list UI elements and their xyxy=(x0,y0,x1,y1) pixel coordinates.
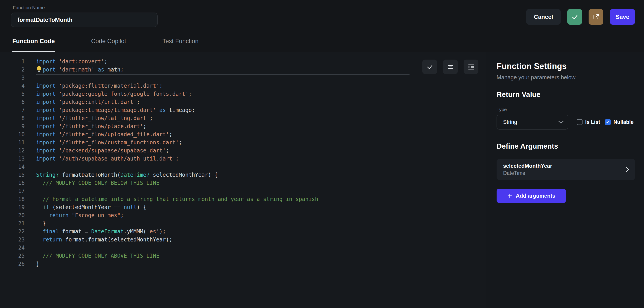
code-line[interactable]: 12import '/backend/supabase/supabase.dar… xyxy=(0,146,486,155)
topbar-actions: Cancel Save xyxy=(526,9,635,25)
return-type-dropdown[interactable]: String xyxy=(496,115,568,129)
code-line[interactable]: 8import '/flutter_flow/lat_lng.dart'; xyxy=(0,114,486,122)
code-line[interactable]: 7import 'package:timeago/timeago.dart' a… xyxy=(0,106,486,114)
code-line[interactable]: 16 /// MODIFY CODE ONLY BELOW THIS LINE xyxy=(0,179,486,187)
code-line[interactable]: 10import '/flutter_flow/uploaded_file.da… xyxy=(0,130,486,138)
nullable-label: Nullable xyxy=(614,119,634,125)
tab-function-code[interactable]: Function Code xyxy=(12,31,55,52)
line-number: 7 xyxy=(0,106,25,114)
format-align-icon xyxy=(447,63,454,70)
code-text xyxy=(25,244,36,252)
code-lines: 1import 'dart:convert';2port 'dart:math'… xyxy=(0,58,486,268)
code-line[interactable]: 17 xyxy=(0,187,486,195)
code-line[interactable]: 25 /// MODIFY CODE ONLY ABOVE THIS LINE xyxy=(0,252,486,260)
add-arguments-label: Add arguments xyxy=(516,193,555,199)
code-line[interactable]: 3 xyxy=(0,74,486,82)
code-line[interactable]: 23 return format.format(selectedMonthYea… xyxy=(0,236,486,244)
code-line[interactable]: 24 xyxy=(0,244,486,252)
type-label: Type xyxy=(496,107,507,112)
tab-code-copilot[interactable]: Code Copilot xyxy=(91,31,126,52)
function-name-input[interactable] xyxy=(11,13,158,27)
code-text: import 'dart:convert'; xyxy=(25,58,108,66)
code-text: import '/backend/supabase/supabase.dart'… xyxy=(25,146,169,155)
indent-icon xyxy=(468,63,474,70)
code-text: return "Escoge un mes"; xyxy=(25,211,124,219)
line-number: 16 xyxy=(0,179,25,187)
code-line[interactable]: 11import '/flutter_flow/custom_functions… xyxy=(0,138,486,146)
open-external-button[interactable] xyxy=(588,9,604,25)
nullable-checkbox[interactable] xyxy=(605,119,611,125)
code-line[interactable]: 6import 'package:intl/intl.dart'; xyxy=(0,98,486,106)
code-line[interactable]: 20 return "Escoge un mes"; xyxy=(0,211,486,219)
code-line[interactable]: 18 // Format a datetime into a string th… xyxy=(0,195,486,203)
code-text: import 'package:flutter/material.dart'; xyxy=(25,82,163,90)
line-number: 4 xyxy=(0,82,25,90)
code-text: } xyxy=(25,219,46,228)
code-editor[interactable]: 1import 'dart:convert';2port 'dart:math'… xyxy=(0,52,486,308)
code-text: import '/flutter_flow/lat_lng.dart'; xyxy=(25,114,153,122)
arguments-list: selectedMonthYearDateTime xyxy=(496,159,635,184)
lightbulb-icon[interactable] xyxy=(36,66,43,73)
code-line[interactable]: 21 } xyxy=(0,219,486,228)
code-line[interactable]: 13import '/auth/supabase_auth/auth_util.… xyxy=(0,155,486,163)
line-number: 1 xyxy=(0,58,25,66)
code-text: if (selectedMonthYear == null) { xyxy=(25,203,146,211)
line-number: 17 xyxy=(0,187,25,195)
add-arguments-button[interactable]: Add arguments xyxy=(496,189,566,203)
save-button-label: Save xyxy=(616,14,630,21)
line-number: 22 xyxy=(0,228,25,236)
panel-subtitle: Manage your parameters below. xyxy=(496,74,577,81)
code-text: final format = DateFormat.yMMMM('es'); xyxy=(25,228,166,236)
check-icon xyxy=(571,13,578,21)
code-line[interactable]: 19 if (selectedMonthYear == null) { xyxy=(0,203,486,211)
line-number: 8 xyxy=(0,114,25,122)
line-number: 18 xyxy=(0,195,25,203)
code-text: /// MODIFY CODE ONLY ABOVE THIS LINE xyxy=(25,252,159,260)
validate-code-button[interactable] xyxy=(422,60,437,74)
code-text: import 'package:intl/intl.dart'; xyxy=(25,98,140,106)
code-text: } xyxy=(25,260,39,268)
panel-title: Function Settings xyxy=(496,62,566,71)
define-arguments-heading: Define Arguments xyxy=(496,142,558,150)
line-number: 10 xyxy=(0,130,25,138)
tab-test-function[interactable]: Test Function xyxy=(162,31,198,52)
code-line[interactable]: 9import '/flutter_flow/place.dart'; xyxy=(0,122,486,130)
code-line[interactable]: 2port 'dart:math' as math; xyxy=(0,66,486,74)
code-line[interactable]: 22 final format = DateFormat.yMMMM('es')… xyxy=(0,228,486,236)
line-number: 12 xyxy=(0,146,25,155)
cancel-button-label: Cancel xyxy=(534,14,553,21)
code-line[interactable]: 14 xyxy=(0,163,486,171)
cancel-button[interactable]: Cancel xyxy=(526,9,561,25)
tab-label: Test Function xyxy=(162,38,198,45)
external-link-icon xyxy=(592,13,600,21)
code-text: import '/flutter_flow/custom_functions.d… xyxy=(25,138,182,146)
code-text xyxy=(25,163,36,171)
tab-label: Function Code xyxy=(12,38,55,45)
is-list-label: Is List xyxy=(585,119,600,125)
editor-toolbar xyxy=(422,60,478,74)
code-line[interactable]: 1import 'dart:convert'; xyxy=(0,58,486,66)
code-line[interactable]: 5import 'package:google_fonts/google_fon… xyxy=(0,90,486,98)
code-text xyxy=(25,74,36,82)
code-line[interactable]: 26} xyxy=(0,260,486,268)
indent-code-button[interactable] xyxy=(464,60,478,74)
code-line[interactable]: 4import 'package:flutter/material.dart'; xyxy=(0,82,486,90)
argument-card[interactable]: selectedMonthYearDateTime xyxy=(496,159,635,180)
line-number: 19 xyxy=(0,203,25,211)
top-bar: Function Name Cancel Save xyxy=(0,0,644,31)
code-text: // Format a datetime into a string that … xyxy=(25,195,318,203)
save-button[interactable]: Save xyxy=(610,9,635,25)
line-number: 14 xyxy=(0,163,25,171)
tab-label: Code Copilot xyxy=(91,38,126,45)
format-code-button[interactable] xyxy=(443,60,458,74)
main-content: 1import 'dart:convert';2port 'dart:math'… xyxy=(0,52,644,308)
line-number: 5 xyxy=(0,90,25,98)
is-list-checkbox[interactable] xyxy=(577,119,582,125)
code-line[interactable]: 15String? formatDateToMonth(DateTime? se… xyxy=(0,171,486,179)
line-number: 6 xyxy=(0,98,25,106)
code-text: import '/flutter_flow/place.dart'; xyxy=(25,122,146,130)
approve-button[interactable] xyxy=(567,9,582,25)
line-number: 9 xyxy=(0,122,25,130)
code-text: return format.format(selectedMonthYear); xyxy=(25,236,172,244)
function-settings-panel: Function Settings Manage your parameters… xyxy=(486,52,644,308)
